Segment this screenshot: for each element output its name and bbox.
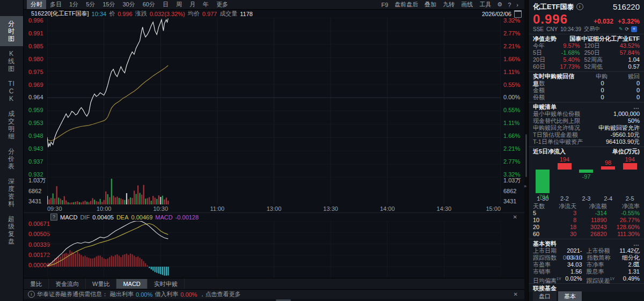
period-tab-9[interactable]: 月 (186, 0, 199, 9)
nav-value: 57.84% (612, 49, 640, 56)
help-icon[interactable]: ? (505, 2, 514, 8)
fund-info-icon[interactable]: i (576, 3, 583, 10)
macd-help-icon[interactable]: ? (50, 214, 57, 221)
flow-bar-3: 98 (597, 156, 619, 195)
percent-tick-8: 1.11% (503, 120, 524, 126)
volume-tick-2: 3431 (28, 199, 47, 204)
tool-button-1[interactable]: 盘前盘后 (391, 0, 421, 9)
period-tab-10[interactable]: 年 (199, 0, 213, 9)
gear-icon[interactable]: ⚙ (494, 1, 505, 8)
macd-close-icon[interactable]: ✕ (513, 214, 517, 220)
sidebar-item-0[interactable]: 分时图 (0, 16, 23, 46)
redeem-list-section: 申赎清单 … 最小申赎单位份额 1,000,000 现金替代比例上限 50% 申… (529, 102, 644, 145)
nav-label: 5日 (533, 49, 557, 56)
notice-more-link[interactable]: ，点击查看更多 (199, 290, 240, 298)
flow-bar-value: -97 (575, 173, 597, 180)
percent-tick-4: 1.11% (503, 69, 524, 75)
tool-button-4[interactable]: 画线 (458, 0, 476, 9)
nav-label: 52周高 (584, 56, 612, 63)
percent-tick-7: 0.55% (503, 107, 524, 113)
price-tick-9: 0.948 (28, 133, 47, 139)
macd-tick-4: 0.00006 (28, 262, 47, 268)
edit-icon[interactable]: ✎ (619, 26, 623, 32)
calendar-icon[interactable] (514, 10, 522, 18)
chevron-right-icon[interactable]: › (514, 2, 521, 8)
price-chart-pane[interactable]: 0.9960.9910.9850.9800.9750.9690.9640.959… (24, 18, 524, 178)
sidebar-item-1[interactable]: K线图 (0, 46, 23, 76)
period-tab-2[interactable]: 1分 (65, 0, 82, 9)
panel-tab-0[interactable]: 盘口 (533, 291, 557, 301)
nav-value: 17.73% (557, 63, 584, 70)
vertical-scrollbar-thumb[interactable] (525, 134, 527, 177)
period-tab-11[interactable]: 更多 (213, 0, 232, 9)
flow-cell: 11890 (576, 217, 607, 224)
percent-tick-9: 1.66% (503, 133, 524, 139)
macd-pane[interactable]: ? MACD DIF 0.00405 DEA 0.00469 MACD -0.0… (24, 212, 524, 278)
period-tabs: 分时多日1分5分15分30分60分日周月年更多 (27, 0, 232, 9)
notice-bar[interactable]: i 华泰证券融券通供需信息： 融出利率 0.00% 借入利率 0.00% ，点击… (24, 289, 524, 299)
tool-button-0[interactable]: F9 (378, 1, 391, 9)
refresh-icon[interactable]: ⟳ (625, 26, 629, 32)
sidebar-item-6[interactable]: 超级复盘 (0, 211, 23, 249)
indicator-tab-2[interactable]: W量比 (86, 278, 116, 290)
period-tab-0[interactable]: 分时 (27, 0, 46, 9)
indicator-tab-4[interactable]: 实时申赎 (148, 278, 185, 290)
legend-avg-label: 均价 (188, 10, 200, 18)
panel-tab-1[interactable]: 基本 (558, 291, 582, 301)
flow-cell: 26.77% (607, 217, 640, 224)
tool-button-3[interactable]: 九转 (440, 0, 458, 9)
sidebar-item-3[interactable]: 成交明细 (0, 106, 23, 144)
volume-tick-0: 1.03万 (503, 178, 524, 183)
period-tab-5[interactable]: 30分 (119, 0, 139, 9)
fund-code: 516220 (613, 2, 640, 11)
price-tick-0: 0.996 (28, 18, 47, 24)
period-tab-1[interactable]: 多日 (46, 0, 65, 9)
currency-label: CNY (546, 26, 558, 32)
flow-cell: 128.60% (607, 224, 640, 231)
flow-table-header: 天数净流天净流额净流率 (533, 203, 640, 210)
period-tab-4[interactable]: 15分 (99, 0, 119, 9)
quote-time: 10:34:39 (560, 26, 581, 32)
item-value: -9560.10元 (611, 131, 640, 138)
volume-tick-0: 1.03万 (28, 178, 47, 183)
more-icon[interactable]: … (633, 240, 640, 247)
period-tab-6[interactable]: 60分 (139, 0, 159, 9)
volume-pane[interactable]: 1.03万68623431 1.03万68623431 (24, 178, 524, 204)
collapse-panel-icon[interactable]: » (524, 183, 526, 189)
macd-title[interactable]: MACD (60, 214, 77, 221)
subscribe-section: 实时申购赎回信息 申购 赎回 笔数 0 0 金额 0 0 份额 0 0 (529, 71, 644, 101)
period-tab-3[interactable]: 5分 (82, 0, 99, 9)
volume-chart[interactable] (47, 178, 501, 204)
flow-bar-0: -704 (532, 156, 554, 195)
nav-row: 60日 17.73% 52周低 0.57 (533, 63, 640, 70)
volume-axis-right: 1.03万68623431 (501, 178, 524, 204)
indicator-tab-0[interactable]: 量比 (24, 278, 49, 290)
horizontal-scrollbar[interactable] (24, 299, 524, 301)
left-sidebar: 分时图K线图TICK成交明细分价表深度资料超级复盘 (0, 0, 24, 301)
add-icon[interactable]: + (631, 26, 637, 32)
flow-cell: 10 (533, 217, 551, 224)
period-tab-7[interactable]: 日 (159, 0, 172, 9)
flow-mini-chart[interactable]: -704194-9798194 (529, 156, 644, 195)
tool-button-5[interactable]: 工具 (476, 0, 494, 9)
flow-col-header: 净流额 (576, 203, 607, 210)
price-chart[interactable] (47, 18, 501, 178)
notice-close-icon[interactable]: ✕ (514, 291, 518, 297)
volume-tick-1: 6862 (503, 188, 524, 194)
macd-chart[interactable] (47, 221, 501, 278)
time-tick-1: 10:00 (97, 205, 112, 212)
price-tick-7: 0.959 (28, 107, 47, 113)
sidebar-item-2[interactable]: TICK (0, 76, 23, 106)
indicator-tab-3[interactable]: MACD (116, 279, 147, 289)
more-icon[interactable]: … (633, 104, 640, 110)
basic-label: 股息率 (587, 268, 617, 275)
period-tab-8[interactable]: 周 (172, 0, 186, 9)
item-label: 申购赎回允许情况 (533, 124, 580, 131)
chart-legend: 516220[化工ETF国泰] 10:34 价 0.996 涨跌 0.032(3… (24, 10, 524, 18)
sidebar-item-4[interactable]: 分价表 (0, 144, 23, 174)
macd-tick-3: 0.00172 (28, 252, 47, 258)
indicator-tab-1[interactable]: 资金流向 (49, 278, 86, 290)
basic-row: 上市日期 2021-03-10 上市份额 11.42亿 (533, 247, 640, 254)
sidebar-item-5[interactable]: 深度资料 (0, 174, 23, 211)
tool-button-2[interactable]: 叠加 (421, 0, 440, 9)
